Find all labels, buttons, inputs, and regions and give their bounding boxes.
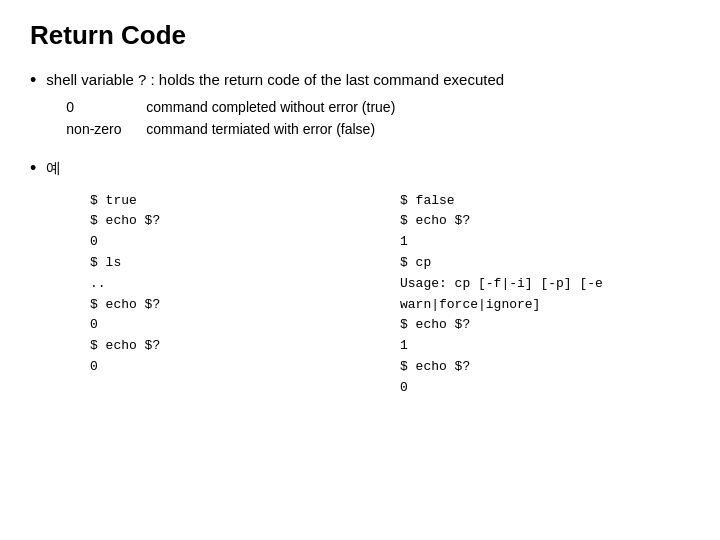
- right-line-1: $ false: [400, 191, 690, 212]
- bullet-2-dot: •: [30, 157, 36, 180]
- left-line-6: $ echo $?: [90, 295, 380, 316]
- right-line-3: 1: [400, 232, 690, 253]
- return-code-table: 0 command completed without error (true)…: [66, 98, 504, 139]
- right-line-6: $ echo $?: [400, 315, 690, 336]
- bullet-1-dot: •: [30, 69, 36, 92]
- right-example-column: $ false $ echo $? 1 $ cp Usage: cp [-f|-…: [380, 191, 690, 399]
- code-desc-0: command completed without error (true): [146, 98, 395, 118]
- left-line-3: 0: [90, 232, 380, 253]
- bullet-1-content: shell variable ? : holds the return code…: [46, 69, 504, 141]
- right-line-2: $ echo $?: [400, 211, 690, 232]
- left-line-7: 0: [90, 315, 380, 336]
- left-example-column: $ true $ echo $? 0 $ ls .. $ echo $? 0 $…: [30, 191, 380, 399]
- bullet-1-main-text: shell variable ? : holds the return code…: [46, 71, 504, 88]
- left-line-1: $ true: [90, 191, 380, 212]
- bullet-2-section: • 예: [30, 157, 690, 180]
- bullet-1-section: • shell variable ? : holds the return co…: [30, 69, 690, 141]
- left-line-8: $ echo $?: [90, 336, 380, 357]
- table-row-1: non-zero command termiated with error (f…: [66, 120, 504, 140]
- code-label-0: 0: [66, 98, 146, 118]
- code-desc-1: command termiated with error (false): [146, 120, 375, 140]
- right-line-8: $ echo $?: [400, 357, 690, 378]
- page-title: Return Code: [30, 20, 690, 51]
- bullet-2-label: 예: [46, 157, 61, 178]
- right-line-5: Usage: cp [-f|-i] [-p] [-e warn|force|ig…: [400, 274, 690, 316]
- table-row-0: 0 command completed without error (true): [66, 98, 504, 118]
- right-line-7: 1: [400, 336, 690, 357]
- left-line-9: 0: [90, 357, 380, 378]
- left-line-5: ..: [90, 274, 380, 295]
- right-line-4: $ cp: [400, 253, 690, 274]
- right-line-9: 0: [400, 378, 690, 399]
- example-section: $ true $ echo $? 0 $ ls .. $ echo $? 0 $…: [30, 191, 690, 399]
- code-label-1: non-zero: [66, 120, 146, 140]
- left-line-2: $ echo $?: [90, 211, 380, 232]
- left-line-4: $ ls: [90, 253, 380, 274]
